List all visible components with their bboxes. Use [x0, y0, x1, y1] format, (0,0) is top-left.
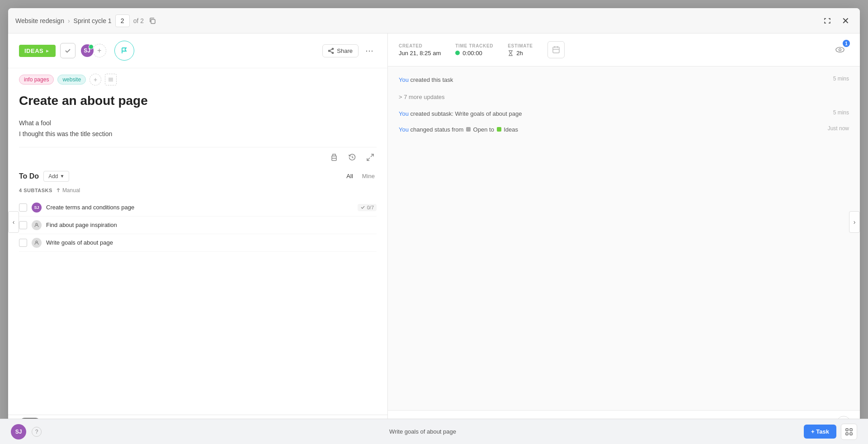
meta-section: CREATED Jun 21, 8:25 am TIME TRACKED 0:0…	[388, 33, 860, 66]
activity-text-1: You created this task	[399, 76, 453, 85]
activity-item: You changed status from Open to Ideas Ju…	[399, 125, 849, 134]
user-avatar[interactable]: SJ	[11, 424, 26, 439]
check-button[interactable]	[60, 43, 75, 58]
activity-you-4[interactable]: You	[399, 126, 409, 133]
activity-text-3: You created subtask: Write goals of abou…	[399, 109, 522, 118]
collapse-button[interactable]	[820, 14, 835, 28]
subtask-item: Write goals of about page	[19, 234, 377, 252]
add-todo-label: Add	[48, 173, 58, 179]
svg-point-3	[332, 52, 334, 53]
task-actions-left: IDEAS ► SJ +	[19, 41, 134, 61]
add-todo-button[interactable]: Add ▼	[43, 171, 69, 182]
filter-mine-button[interactable]: Mine	[360, 172, 377, 180]
assignee-initials: SJ	[84, 47, 90, 54]
new-task-label: + Task	[811, 428, 829, 435]
task-title[interactable]: Create an about page	[19, 93, 377, 109]
status-label: IDEAS	[24, 47, 43, 54]
subtask-avatar-3	[32, 238, 42, 248]
svg-rect-21	[846, 429, 848, 431]
tag-info-pages[interactable]: info pages	[19, 75, 54, 85]
subtask-check-3[interactable]	[19, 239, 27, 247]
watchers-button[interactable]: 1	[831, 41, 849, 59]
svg-line-11	[367, 158, 370, 161]
next-arrow[interactable]: ›	[849, 211, 860, 233]
activity-status-to: Ideas	[504, 126, 518, 133]
desc-line1: What a fool	[19, 118, 377, 129]
more-updates-button[interactable]: > 7 more updates	[399, 92, 849, 102]
svg-point-19	[839, 49, 841, 51]
subtask-text-3[interactable]: Write goals of about page	[46, 239, 377, 246]
activity-section: You created this task 5 mins > 7 more up…	[388, 66, 860, 410]
assignee-avatar[interactable]: SJ	[80, 43, 94, 58]
todo-header-right: All Mine	[344, 172, 377, 180]
topbar: Website redesign › Sprint cycle 1 2 of 2	[8, 8, 860, 33]
activity-time-3: 5 mins	[833, 109, 849, 116]
created-value: Jun 21, 8:25 am	[399, 50, 441, 57]
help-button[interactable]: ?	[32, 427, 42, 437]
activity-item: You created subtask: Write goals of abou…	[399, 109, 849, 118]
bottom-bar: SJ ? Write goals of about page + Task	[0, 419, 868, 444]
subtask-text-1[interactable]: Create terms and conditions page	[46, 204, 353, 211]
right-panel: CREATED Jun 21, 8:25 am TIME TRACKED 0:0…	[388, 33, 860, 436]
activity-time-1: 5 mins	[833, 76, 849, 82]
breadcrumb-sprint[interactable]: Sprint cycle 1	[74, 17, 112, 24]
svg-rect-23	[846, 433, 848, 435]
print-icon[interactable]	[328, 151, 340, 164]
copy-icon[interactable]	[147, 16, 157, 26]
time-dot	[455, 51, 460, 55]
task-content: Create an about page What a fool I thoug…	[8, 89, 387, 415]
activity-time-4: Just now	[828, 125, 849, 132]
tag-list-button[interactable]	[105, 74, 117, 85]
svg-point-2	[329, 50, 330, 52]
calendar-placeholder[interactable]	[547, 41, 565, 58]
time-tracked-value: 0:00:00	[462, 50, 482, 57]
status-button[interactable]: IDEAS ►	[19, 45, 56, 57]
add-assignee-button[interactable]: +	[93, 44, 106, 57]
doc-toolbar	[19, 147, 377, 167]
subtask-check-2[interactable]	[19, 221, 27, 229]
subtasks-count: 4 SUBTASKS	[19, 188, 52, 193]
close-button[interactable]: ✕	[838, 14, 853, 28]
activity-you-1[interactable]: You	[399, 76, 409, 83]
desc-line2: I thought this was the title section	[19, 129, 377, 140]
new-task-button[interactable]: + Task	[804, 425, 836, 439]
bottom-left: SJ ?	[11, 424, 42, 439]
time-tracked-label: TIME TRACKED	[455, 43, 493, 48]
activity-you-3[interactable]: You	[399, 110, 409, 117]
svg-rect-14	[553, 47, 559, 53]
breadcrumb-project[interactable]: Website redesign	[15, 17, 64, 24]
apps-button[interactable]	[841, 424, 857, 440]
svg-rect-9	[332, 158, 336, 161]
share-label: Share	[337, 47, 353, 54]
flag-button[interactable]	[114, 41, 134, 61]
subtask-text-2[interactable]: Find about page inspiration	[46, 222, 377, 228]
subtask-check-1[interactable]	[19, 203, 27, 212]
status-to-dot	[497, 127, 501, 132]
breadcrumb-area: Website redesign › Sprint cycle 1 2 of 2	[15, 14, 157, 27]
prev-arrow[interactable]: ‹	[8, 211, 19, 233]
todo-header-left: To Do Add ▼	[19, 171, 69, 182]
content-area: IDEAS ► SJ +	[8, 33, 860, 436]
tag-website[interactable]: website	[57, 75, 86, 85]
add-tag-button[interactable]: +	[90, 74, 101, 85]
filter-all-button[interactable]: All	[344, 172, 354, 180]
meta-created: CREATED Jun 21, 8:25 am	[399, 43, 441, 57]
svg-line-10	[371, 154, 373, 157]
more-options-button[interactable]: ⋯	[362, 43, 377, 58]
svg-rect-22	[850, 429, 852, 431]
status-from-dot	[466, 127, 471, 132]
estimate-value-row: 2h	[508, 50, 533, 57]
subtasks-info: 4 SUBTASKS Manual	[19, 187, 377, 194]
share-button[interactable]: Share	[322, 44, 359, 57]
expand-icon[interactable]	[364, 151, 377, 164]
watchers-count: 1	[843, 40, 850, 47]
bottom-right: + Task	[804, 424, 857, 440]
activity-post-4: changed status from	[410, 126, 465, 133]
history-icon[interactable]	[346, 151, 359, 164]
svg-line-5	[330, 51, 332, 52]
left-panel: IDEAS ► SJ +	[8, 33, 388, 436]
subtask-avatar-2	[32, 220, 42, 230]
page-input[interactable]: 2	[115, 14, 130, 27]
task-modal: Website redesign › Sprint cycle 1 2 of 2	[8, 8, 860, 436]
todo-title: To Do	[19, 172, 39, 180]
